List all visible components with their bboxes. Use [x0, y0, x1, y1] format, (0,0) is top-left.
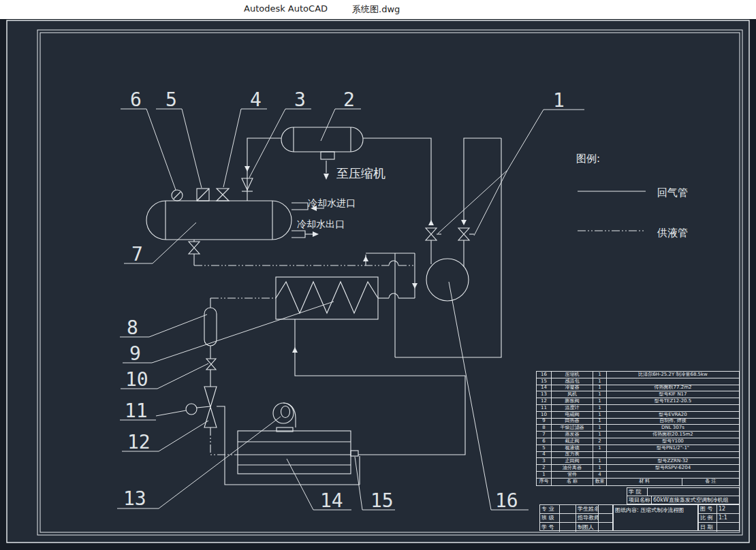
titleblock-people: 专 业 学生姓名 班 级 指导教师 学 号 制图人 — [539, 504, 613, 531]
part-no: 3 — [537, 458, 552, 464]
part-qty: 1 — [593, 378, 607, 385]
part-name: 油分离器 — [552, 465, 593, 471]
school-label: 学 院 — [627, 488, 648, 496]
part-name: 回热器 — [552, 419, 593, 425]
part-qty: 4 — [593, 472, 607, 478]
part-name: 截止阀 — [552, 438, 593, 444]
callout-number: 14 — [320, 489, 343, 512]
advisor-value[interactable] — [599, 514, 612, 522]
date-label: 日 期 — [699, 523, 717, 532]
school-value[interactable] — [648, 488, 739, 496]
part-spec — [607, 378, 739, 385]
part-spec: 型号PN1/2"-1" — [607, 445, 739, 451]
legend-title: 图例: — [576, 152, 600, 165]
part-no: 8 — [537, 425, 552, 431]
major-value[interactable] — [560, 505, 576, 513]
parts-header-row: 序号名 称数量材 料备 注 — [537, 479, 739, 485]
callout-number: 5 — [166, 88, 177, 111]
parts-row: 6截止阀2型号Y100 — [537, 438, 739, 445]
callout-number: 8 — [127, 317, 138, 339]
callout-number: 3 — [294, 88, 306, 111]
titleblock-figno: 图 号 12 比 例 1:1 日 期 — [698, 504, 740, 531]
parts-row: 1管件4 — [537, 472, 739, 479]
content-value: 压缩式制冷流程图 — [640, 507, 684, 513]
part-spec: 传热面积20.15m2 — [607, 432, 739, 438]
part-name: 压缩机 — [552, 372, 593, 378]
callout-number: 11 — [125, 400, 148, 422]
callout-number: 15 — [371, 489, 394, 512]
parts-row: 11温度计1 — [537, 405, 739, 412]
drafter-value[interactable] — [599, 523, 612, 532]
part-name: 止回阀 — [552, 458, 593, 464]
part-spec: 型号EVRA20 — [607, 412, 739, 418]
part-spec — [607, 472, 739, 478]
figno-value[interactable]: 12 — [717, 505, 739, 513]
parts-row: 3止回阀1型号ZZRN-32 — [537, 458, 739, 465]
part-qty: 1 — [593, 445, 607, 451]
parts-row: 12膨胀阀1型号TEZ12-20.5 — [537, 398, 739, 405]
scale-label: 比 例 — [699, 514, 717, 522]
part-qty: 2 — [593, 438, 607, 444]
part-qty: 1 — [593, 372, 607, 378]
class-label: 班 级 — [540, 514, 560, 522]
part-spec: 型号TEZ12-20.5 — [607, 398, 739, 404]
part-qty: 1 — [593, 391, 607, 398]
part-no: 11 — [537, 405, 552, 411]
advisor-label: 指导教师 — [576, 514, 599, 522]
part-spec: 比泽尔6H-25.2Y 制冷量68.5kw — [607, 372, 739, 378]
parts-row: 5视液镜1型号PN1/2"-1" — [537, 445, 739, 452]
sid-value[interactable] — [560, 523, 576, 532]
parts-table[interactable]: 16压缩机1比泽尔6H-25.2Y 制冷量68.5kw15感温包114冷凝器1传… — [536, 371, 740, 486]
parts-row: 13风机1型号KIF N17 — [537, 391, 739, 398]
part-name: 管件 — [552, 472, 593, 478]
callout-number: 6 — [130, 88, 142, 111]
part-spec — [607, 405, 739, 411]
callout-number: 1 — [553, 89, 565, 112]
part-qty: 1 — [593, 465, 607, 471]
part-name: 视液镜 — [552, 445, 593, 451]
major-label: 专 业 — [540, 505, 560, 513]
part-name: 冷凝器 — [552, 385, 593, 391]
parts-row: 9回热器1自制件, 焊接 — [537, 419, 739, 425]
part-name: 蒸发器 — [552, 432, 593, 438]
class-value[interactable] — [560, 514, 576, 522]
callout-number: 12 — [127, 431, 151, 453]
part-name: 感温包 — [552, 378, 593, 385]
part-no: 16 — [537, 372, 552, 378]
part-no: 6 — [537, 438, 552, 444]
callout-number: 13 — [123, 487, 146, 510]
part-no: 10 — [537, 412, 552, 418]
parts-header-cell: 数量 — [593, 479, 607, 485]
parts-header-cell: 名 称 — [552, 479, 593, 485]
legend-label-liquid-supply: 供液管 — [657, 227, 688, 239]
part-spec: 型号KIF N17 — [607, 391, 739, 398]
part-no: 13 — [537, 391, 552, 398]
parts-header-cell: 序号 — [537, 479, 552, 485]
part-spec — [607, 452, 739, 458]
part-no: 7 — [537, 432, 552, 438]
part-name: 电磁阀 — [552, 412, 593, 418]
part-qty: 1 — [593, 419, 607, 425]
part-qty: 1 — [593, 458, 607, 464]
part-qty — [593, 452, 607, 458]
scale-value[interactable]: 1:1 — [717, 514, 739, 522]
sid-label: 学 号 — [540, 523, 560, 532]
part-spec: 自制件, 焊接 — [607, 419, 739, 425]
student-value[interactable] — [599, 505, 612, 513]
part-qty: 1 — [593, 425, 607, 431]
part-spec: 传热面积77.2m2 — [607, 385, 739, 391]
project-value[interactable]: 60kW直接蒸发式空调制冷机组 — [652, 496, 739, 504]
callout-number: 7 — [131, 243, 143, 265]
part-spec: 型号RSPV-6204 — [607, 465, 739, 471]
parts-header-cell: 材 料 — [607, 479, 682, 485]
part-no: 2 — [537, 465, 552, 471]
callout-number: 10 — [125, 368, 148, 391]
part-qty: 1 — [593, 412, 607, 418]
date-value[interactable] — [717, 523, 739, 532]
titleblock-content: 图纸内容: 压缩式制冷流程图 — [613, 504, 698, 531]
project-label: 项目名称 — [627, 496, 652, 504]
part-no: 15 — [537, 378, 552, 385]
part-name: 干燥过滤器 — [552, 425, 593, 431]
label-to-compressor: 至压缩机 — [336, 166, 385, 180]
callout-number: 9 — [129, 342, 141, 365]
